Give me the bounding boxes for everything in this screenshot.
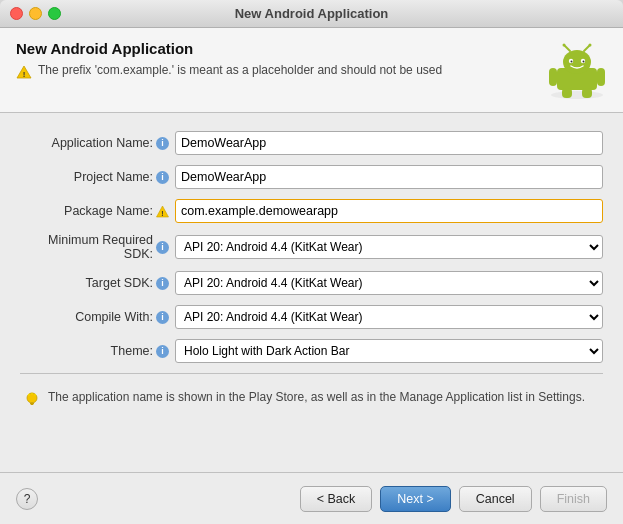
info-row: The application name is shown in the Pla… (20, 382, 603, 415)
svg-text:!: ! (23, 70, 26, 79)
footer: ? < Back Next > Cancel Finish (0, 472, 623, 524)
project-name-label: Project Name: i (20, 170, 175, 184)
svg-point-10 (563, 44, 566, 47)
lightbulb-icon (24, 391, 40, 407)
compile-with-label: Compile With: i (20, 310, 175, 324)
minimize-button[interactable] (29, 7, 42, 20)
form-divider (20, 373, 603, 374)
minimum-sdk-select[interactable]: API 20: Android 4.4 (KitKat Wear) (175, 235, 603, 259)
target-sdk-select[interactable]: API 20: Android 4.4 (KitKat Wear) (175, 271, 603, 295)
application-name-info-icon[interactable]: i (156, 137, 169, 150)
application-name-input[interactable] (175, 131, 603, 155)
warning-icon: ! (16, 64, 32, 80)
application-name-row: Application Name: i (20, 131, 603, 155)
back-button[interactable]: < Back (300, 486, 373, 512)
svg-point-8 (583, 61, 585, 63)
svg-rect-14 (597, 68, 605, 86)
title-bar: New Android Application (0, 0, 623, 28)
next-button[interactable]: Next > (380, 486, 450, 512)
target-sdk-row: Target SDK: i API 20: Android 4.4 (KitKa… (20, 271, 603, 295)
window-controls[interactable] (10, 7, 61, 20)
svg-line-24 (29, 395, 30, 396)
page-title: New Android Application (16, 40, 537, 57)
project-name-row: Project Name: i (20, 165, 603, 189)
compile-with-info-icon[interactable]: i (156, 311, 169, 324)
svg-point-2 (551, 91, 603, 99)
minimum-sdk-info-icon[interactable]: i (156, 241, 169, 254)
svg-point-4 (563, 50, 591, 74)
svg-point-7 (571, 61, 573, 63)
theme-label: Theme: i (20, 344, 175, 358)
footer-left: ? (16, 488, 38, 510)
header-left: New Android Application ! The prefix 'co… (16, 40, 537, 80)
help-button[interactable]: ? (16, 488, 38, 510)
svg-rect-21 (31, 404, 34, 405)
minimum-sdk-label: Minimum Required SDK: i (20, 233, 175, 261)
svg-rect-13 (549, 68, 557, 86)
svg-rect-20 (30, 403, 34, 405)
form-section: Application Name: i Project Name: i Pack… (0, 113, 623, 472)
svg-line-23 (35, 395, 36, 396)
header-warning: ! The prefix 'com.example.' is meant as … (16, 63, 537, 80)
package-name-warn-icon: ! (156, 205, 169, 218)
theme-select[interactable]: Holo Light with Dark Action Bar (175, 339, 603, 363)
dialog-body: New Android Application ! The prefix 'co… (0, 28, 623, 524)
theme-info-icon[interactable]: i (156, 345, 169, 358)
svg-point-12 (589, 44, 592, 47)
close-button[interactable] (10, 7, 23, 20)
android-logo (547, 40, 607, 100)
package-name-label: Package Name: ! (20, 204, 175, 218)
target-sdk-label: Target SDK: i (20, 276, 175, 290)
package-name-input[interactable] (175, 199, 603, 223)
warning-text: The prefix 'com.example.' is meant as a … (38, 63, 442, 77)
minimum-sdk-row: Minimum Required SDK: i API 20: Android … (20, 233, 603, 261)
project-name-input[interactable] (175, 165, 603, 189)
target-sdk-info-icon[interactable]: i (156, 277, 169, 290)
header-section: New Android Application ! The prefix 'co… (0, 28, 623, 113)
cancel-button[interactable]: Cancel (459, 486, 532, 512)
maximize-button[interactable] (48, 7, 61, 20)
compile-with-row: Compile With: i API 20: Android 4.4 (Kit… (20, 305, 603, 329)
application-name-label: Application Name: i (20, 136, 175, 150)
finish-button[interactable]: Finish (540, 486, 607, 512)
svg-rect-15 (562, 88, 572, 98)
project-name-info-icon[interactable]: i (156, 171, 169, 184)
footer-right: < Back Next > Cancel Finish (300, 486, 607, 512)
svg-text:!: ! (161, 210, 163, 217)
theme-row: Theme: i Holo Light with Dark Action Bar (20, 339, 603, 363)
package-name-row: Package Name: ! (20, 199, 603, 223)
dialog-title: New Android Application (235, 6, 389, 21)
info-text: The application name is shown in the Pla… (48, 390, 585, 404)
svg-rect-16 (582, 88, 592, 98)
compile-with-select[interactable]: API 20: Android 4.4 (KitKat Wear) (175, 305, 603, 329)
